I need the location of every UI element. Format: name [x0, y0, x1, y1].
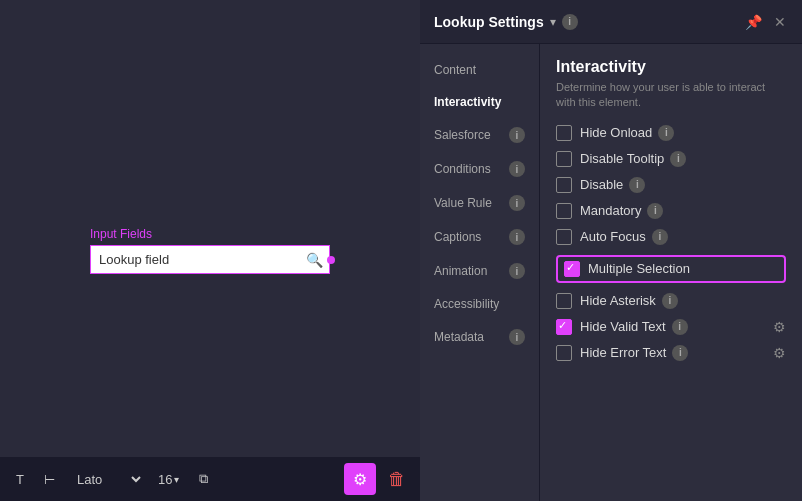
link-icon: ⧉: [199, 471, 208, 487]
metadata-info-icon: i: [509, 329, 525, 345]
align-button[interactable]: ⊢: [38, 468, 61, 491]
hide-onload-label: Hide Onload i: [580, 125, 674, 141]
hide-error-text-info: i: [672, 345, 688, 361]
disable-checkbox[interactable]: [556, 177, 572, 193]
mandatory-checkbox[interactable]: [556, 203, 572, 219]
multiple-selection-row: Multiple Selection: [556, 255, 786, 283]
lookup-field-wrapper: 🔍: [90, 245, 330, 274]
sidebar-item-animation[interactable]: Animation i: [420, 254, 539, 288]
link-button[interactable]: ⧉: [193, 467, 214, 491]
lookup-input[interactable]: [91, 246, 329, 273]
salesforce-info-icon: i: [509, 127, 525, 143]
nav-label-salesforce: Salesforce: [434, 128, 491, 142]
trash-icon: 🗑: [388, 469, 406, 489]
hide-valid-text-row: Hide Valid Text i ⚙: [556, 319, 786, 335]
disable-tooltip-label: Disable Tooltip i: [580, 151, 686, 167]
multiple-selection-label: Multiple Selection: [588, 261, 690, 276]
multiple-selection-checkbox[interactable]: [564, 261, 580, 277]
hide-asterisk-info: i: [662, 293, 678, 309]
panel-header: Lookup Settings ▾ i 📌 ✕: [420, 0, 802, 44]
mandatory-info: i: [647, 203, 663, 219]
hide-error-text-gear-button[interactable]: ⚙: [773, 345, 786, 361]
align-icon: ⊢: [44, 472, 55, 487]
panel-info-icon[interactable]: i: [562, 14, 578, 30]
hide-asterisk-row: Hide Asterisk i: [556, 293, 786, 309]
hide-onload-checkbox[interactable]: [556, 125, 572, 141]
input-label: Input Fields: [90, 227, 330, 241]
panel-title-row: Lookup Settings ▾ i: [434, 14, 578, 30]
text-icon: T: [16, 472, 24, 487]
sidebar-item-interactivity[interactable]: Interactivity: [420, 86, 539, 118]
pin-icon: 📌: [745, 14, 762, 30]
chevron-down-icon: ▾: [174, 474, 179, 485]
nav-label-value-rule: Value Rule: [434, 196, 492, 210]
gear-icon: ⚙: [353, 470, 367, 489]
panel-body: Content Interactivity Salesforce i Condi…: [420, 44, 802, 501]
pin-icon-button[interactable]: 📌: [743, 12, 764, 32]
font-size-value: 16: [158, 472, 172, 487]
gear-icon-valid: ⚙: [773, 319, 786, 335]
close-button[interactable]: ✕: [772, 12, 788, 32]
nav-label-conditions: Conditions: [434, 162, 491, 176]
nav-label-metadata: Metadata: [434, 330, 484, 344]
sidebar-item-metadata[interactable]: Metadata i: [420, 320, 539, 354]
hide-error-text-label: Hide Error Text i: [580, 345, 765, 361]
auto-focus-checkbox[interactable]: [556, 229, 572, 245]
delete-button[interactable]: 🗑: [384, 465, 410, 494]
nav-label-animation: Animation: [434, 264, 487, 278]
hide-valid-text-gear-button[interactable]: ⚙: [773, 319, 786, 335]
disable-tooltip-row: Disable Tooltip i: [556, 151, 786, 167]
nav-label-interactivity: Interactivity: [434, 95, 501, 109]
hide-error-text-row: Hide Error Text i ⚙: [556, 345, 786, 361]
pink-dot-indicator: [327, 256, 335, 264]
captions-info-icon: i: [509, 229, 525, 245]
hide-valid-text-label: Hide Valid Text i: [580, 319, 765, 335]
auto-focus-info: i: [652, 229, 668, 245]
animation-info-icon: i: [509, 263, 525, 279]
panel-content-area: Interactivity Determine how your user is…: [540, 44, 802, 501]
nav-label-captions: Captions: [434, 230, 481, 244]
auto-focus-label: Auto Focus i: [580, 229, 668, 245]
hide-onload-info: i: [658, 125, 674, 141]
search-icon: 🔍: [306, 252, 323, 268]
canvas-area: Input Fields 🔍: [0, 0, 420, 501]
hide-valid-text-info: i: [672, 319, 688, 335]
gear-icon-error: ⚙: [773, 345, 786, 361]
mandatory-row: Mandatory i: [556, 203, 786, 219]
right-panel: Lookup Settings ▾ i 📌 ✕ Content Interact…: [420, 0, 802, 501]
font-select[interactable]: Lato Arial Georgia: [69, 469, 144, 490]
hide-valid-text-checkbox[interactable]: [556, 319, 572, 335]
disable-label: Disable i: [580, 177, 645, 193]
disable-row: Disable i: [556, 177, 786, 193]
disable-tooltip-checkbox[interactable]: [556, 151, 572, 167]
sidebar-item-conditions[interactable]: Conditions i: [420, 152, 539, 186]
sidebar-item-captions[interactable]: Captions i: [420, 220, 539, 254]
input-field-group: Input Fields 🔍: [90, 227, 330, 274]
panel-title: Lookup Settings: [434, 14, 544, 30]
hide-onload-row: Hide Onload i: [556, 125, 786, 141]
hide-asterisk-label: Hide Asterisk i: [580, 293, 678, 309]
auto-focus-row: Auto Focus i: [556, 229, 786, 245]
font-size-display[interactable]: 16 ▾: [152, 468, 185, 491]
hide-asterisk-checkbox[interactable]: [556, 293, 572, 309]
sidebar-item-accessibility[interactable]: Accessibility: [420, 288, 539, 320]
nav-label-accessibility: Accessibility: [434, 297, 499, 311]
sidebar-item-salesforce[interactable]: Salesforce i: [420, 118, 539, 152]
chevron-down-icon: ▾: [550, 15, 556, 29]
sidebar-item-value-rule[interactable]: Value Rule i: [420, 186, 539, 220]
close-icon: ✕: [774, 14, 786, 30]
text-format-button[interactable]: T: [10, 468, 30, 491]
sidebar-item-content[interactable]: Content: [420, 54, 539, 86]
section-title: Interactivity: [556, 58, 786, 76]
hide-error-text-checkbox[interactable]: [556, 345, 572, 361]
disable-tooltip-info: i: [670, 151, 686, 167]
section-subtitle: Determine how your user is able to inter…: [556, 80, 786, 111]
value-rule-info-icon: i: [509, 195, 525, 211]
mandatory-label: Mandatory i: [580, 203, 663, 219]
panel-nav: Content Interactivity Salesforce i Condi…: [420, 44, 540, 501]
panel-header-icons: 📌 ✕: [743, 12, 788, 32]
nav-label-content: Content: [434, 63, 476, 77]
conditions-info-icon: i: [509, 161, 525, 177]
bottom-toolbar: T ⊢ Lato Arial Georgia 16 ▾ ⧉ ⚙ 🗑: [0, 457, 420, 501]
settings-button[interactable]: ⚙: [344, 463, 376, 495]
